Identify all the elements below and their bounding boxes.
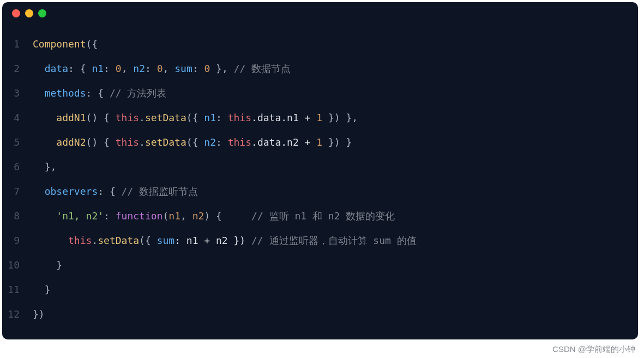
code-token: addN2 (56, 136, 86, 148)
code-token: this (116, 136, 139, 148)
code-token: : (145, 63, 157, 74)
code-token: , (180, 210, 192, 222)
close-icon[interactable] (12, 9, 20, 17)
code-token (33, 87, 45, 99)
code-token (33, 186, 45, 197)
code-token: .data.n1 + (251, 112, 316, 123)
code-editor: 1Component({2 data: { n1: 0, n2: 0, sum:… (2, 24, 638, 339)
code-token: Component (33, 38, 86, 50)
code-content: } (33, 253, 62, 277)
code-token: : { (68, 63, 92, 74)
code-line: 12}) (2, 302, 638, 326)
code-token: () { (86, 136, 116, 148)
code-content: }, (33, 154, 56, 179)
code-token (33, 136, 56, 148)
code-token: : (192, 63, 204, 74)
code-token: 0 (157, 63, 163, 74)
code-token: ({ (186, 112, 204, 123)
code-token: : (216, 112, 228, 123)
line-number: 7 (2, 179, 33, 204)
code-token: . (139, 112, 145, 123)
code-token: data (45, 63, 68, 74)
code-line: 8 'n1, n2': function(n1, n2) { // 监听 n1 … (2, 204, 638, 228)
maximize-icon[interactable] (38, 9, 46, 17)
line-number: 9 (2, 228, 33, 253)
code-token: : (104, 63, 116, 74)
code-token: addN1 (56, 112, 86, 123)
code-content: addN2() { this.setData({ n2: this.data.n… (33, 130, 352, 154)
code-token: sum (157, 235, 175, 246)
code-token: }) (33, 308, 45, 320)
code-token: setData (145, 112, 186, 123)
code-token: : (216, 136, 228, 148)
code-token: n2 (204, 136, 216, 148)
code-line: 10 } (2, 253, 638, 277)
code-token: n1 (204, 112, 216, 123)
code-line: 3 methods: { // 方法列表 (2, 81, 638, 105)
code-token: // 通过监听器，自动计算 sum 的值 (251, 235, 417, 246)
code-content: observers: { // 数据监听节点 (33, 179, 198, 204)
line-number: 3 (2, 81, 33, 105)
code-token: } (33, 284, 51, 295)
code-token (33, 112, 56, 123)
code-token: . (139, 136, 145, 148)
minimize-icon[interactable] (25, 9, 33, 17)
line-number: 10 (2, 253, 33, 277)
code-token: }) } (322, 136, 352, 148)
code-token: sum (174, 63, 192, 74)
code-content: }) (33, 302, 45, 326)
line-number: 4 (2, 105, 33, 130)
code-line: 1Component({ (2, 32, 638, 56)
code-line: 4 addN1() { this.setData({ n1: this.data… (2, 105, 638, 130)
code-token: // 方法列表 (110, 87, 167, 99)
code-content: this.setData({ sum: n1 + n2 }) // 通过监听器，… (33, 228, 417, 253)
line-number: 11 (2, 277, 33, 302)
code-line: 6 }, (2, 154, 638, 179)
code-token: methods (45, 87, 86, 99)
code-token: .data.n2 + (251, 136, 316, 148)
code-token: ) { (204, 210, 251, 222)
code-token: ( (162, 210, 168, 222)
code-line: 11 } (2, 277, 638, 302)
code-token: n2 (133, 63, 145, 74)
code-token: // 监听 n1 和 n2 数据的变化 (251, 210, 395, 222)
code-token: this (68, 235, 92, 246)
code-token: this (228, 136, 251, 148)
code-token: : n1 + n2 }) (174, 235, 251, 246)
line-number: 2 (2, 56, 33, 81)
code-token (33, 235, 68, 246)
code-content: data: { n1: 0, n2: 0, sum: 0 }, // 数据节点 (33, 56, 291, 81)
line-number: 6 (2, 154, 33, 179)
code-content: Component({ (33, 32, 98, 56)
code-line: 5 addN2() { this.setData({ n2: this.data… (2, 130, 638, 154)
code-token: this (116, 112, 139, 123)
code-token: 0 (116, 63, 122, 74)
code-token: 0 (204, 63, 210, 74)
code-token: observers (45, 186, 98, 197)
line-number: 1 (2, 32, 33, 56)
code-token: , (122, 63, 134, 74)
code-content: methods: { // 方法列表 (33, 81, 166, 105)
line-number: 8 (2, 204, 33, 228)
code-content: 'n1, n2': function(n1, n2) { // 监听 n1 和 … (33, 204, 395, 228)
code-token: n1 (92, 63, 104, 74)
code-token: . (92, 235, 98, 246)
line-number: 5 (2, 130, 33, 154)
code-token: setData (145, 136, 186, 148)
code-token: // 数据监听节点 (122, 186, 198, 197)
code-line: 7 observers: { // 数据监听节点 (2, 179, 638, 204)
code-line: 2 data: { n1: 0, n2: 0, sum: 0 }, // 数据节… (2, 56, 638, 81)
code-token (33, 63, 45, 74)
code-token: this (228, 112, 251, 123)
code-token: 'n1, n2' (56, 210, 104, 222)
code-token: 1 (316, 112, 322, 123)
code-token: }, (33, 161, 56, 172)
code-token: }, (210, 63, 233, 74)
code-token: : { (86, 87, 110, 99)
code-content: addN1() { this.setData({ n1: this.data.n… (33, 105, 358, 130)
code-token: // 数据节点 (234, 63, 291, 74)
code-token: } (33, 259, 62, 271)
code-token: function (116, 210, 163, 222)
code-token: setData (98, 235, 139, 246)
code-token: : { (98, 186, 121, 197)
